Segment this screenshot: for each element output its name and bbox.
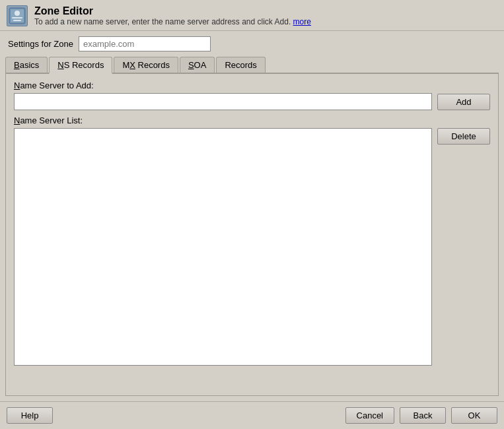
name-server-list-label: Name Server List: — [14, 116, 490, 125]
app-icon — [7, 5, 28, 26]
bottom-right-buttons: Cancel Back OK — [345, 407, 497, 424]
title-bar: Zone Editor To add a new name server, en… — [0, 0, 504, 31]
main-panel: Basics NS Records MX Records SOA Records… — [0, 57, 504, 401]
name-server-list[interactable] — [14, 128, 432, 366]
svg-rect-4 — [13, 20, 21, 21]
name-server-to-add-section: Name Server to Add: Add — [14, 81, 490, 110]
cancel-button[interactable]: Cancel — [345, 407, 394, 424]
svg-rect-3 — [12, 17, 22, 18]
tab-ns-records[interactable]: NS Records — [49, 57, 112, 74]
ok-button[interactable]: OK — [451, 407, 497, 424]
help-button[interactable]: Help — [7, 407, 53, 424]
app-title: Zone Editor — [34, 5, 311, 17]
name-server-input[interactable] — [14, 93, 432, 110]
zone-editor-window: Zone Editor To add a new name server, en… — [0, 0, 504, 429]
add-button[interactable]: Add — [437, 94, 490, 110]
app-description: To add a new name server, enter the name… — [34, 17, 311, 26]
svg-point-2 — [15, 11, 20, 16]
tab-basics[interactable]: Basics — [5, 57, 48, 73]
back-button[interactable]: Back — [400, 407, 446, 424]
name-server-list-section: Name Server List: Delete — [14, 116, 490, 389]
title-text-block: Zone Editor To add a new name server, en… — [34, 5, 311, 26]
tabs-row: Basics NS Records MX Records SOA Records — [5, 57, 499, 74]
zone-input[interactable] — [79, 36, 211, 51]
delete-button[interactable]: Delete — [437, 128, 490, 145]
tab-soa[interactable]: SOA — [180, 57, 215, 73]
more-link[interactable]: more — [293, 17, 311, 26]
settings-row: Settings for Zone — [0, 31, 504, 57]
settings-label: Settings for Zone — [8, 39, 73, 49]
tab-mx-records[interactable]: MX Records — [114, 57, 178, 73]
tab-records[interactable]: Records — [216, 57, 265, 73]
bottom-bar: Help Cancel Back OK — [0, 401, 504, 429]
tab-content-ns-records: Name Server to Add: Add Name Server List… — [5, 74, 499, 396]
name-server-list-row: Delete — [14, 128, 490, 389]
name-server-input-row: Add — [14, 93, 490, 110]
name-server-label: Name Server to Add: — [14, 81, 490, 90]
